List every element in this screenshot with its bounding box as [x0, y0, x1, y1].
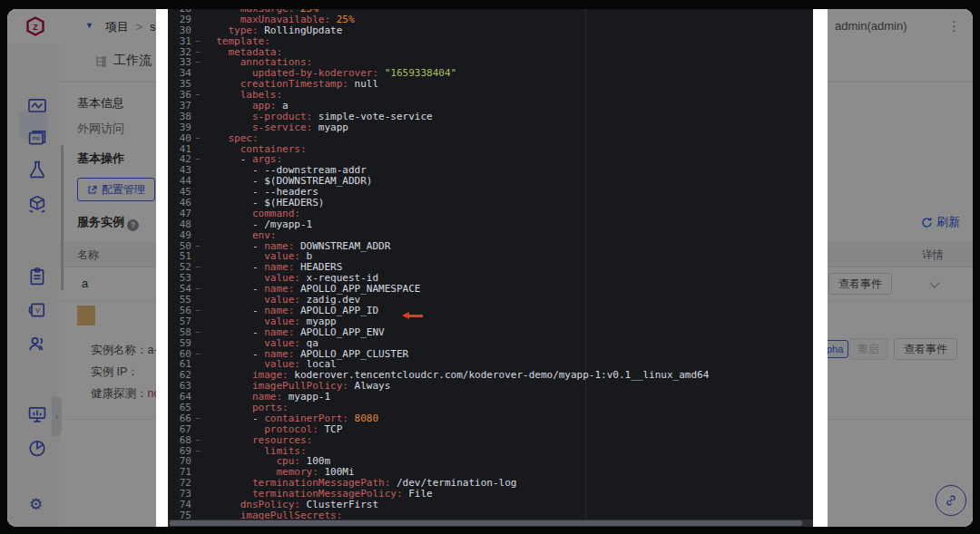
fold-gutter	[191, 230, 204, 241]
fold-gutter	[191, 187, 204, 198]
fold-gutter	[191, 403, 204, 413]
line-number: 58	[168, 327, 191, 338]
line-number: 30	[168, 25, 191, 36]
fold-gutter	[191, 176, 204, 187]
line-number: 66	[168, 413, 191, 424]
fold-marker-icon[interactable]: −	[191, 90, 204, 101]
yaml-editor-modal: 28 maxSurge: 25%29 maxUnavailable: 25%30…	[156, 9, 828, 527]
fold-gutter	[191, 489, 204, 500]
fold-marker-icon[interactable]: −	[191, 241, 204, 252]
fold-gutter	[191, 359, 204, 370]
fold-marker-icon[interactable]: −	[191, 306, 204, 316]
fold-gutter	[191, 219, 204, 230]
fold-gutter	[191, 68, 204, 79]
fold-gutter	[191, 165, 204, 176]
fold-gutter	[191, 144, 204, 155]
fold-gutter	[191, 122, 204, 133]
line-number: 48	[168, 219, 191, 230]
fold-marker-icon[interactable]: −	[191, 413, 204, 424]
fold-gutter	[191, 273, 204, 284]
line-number: 31	[168, 36, 191, 47]
fold-gutter	[191, 392, 204, 403]
fold-marker-icon[interactable]: −	[191, 446, 204, 457]
fold-gutter	[191, 209, 204, 219]
fold-gutter	[191, 338, 204, 349]
fold-marker-icon[interactable]: −	[191, 327, 204, 338]
line-number: 40	[168, 133, 191, 144]
fold-marker-icon[interactable]: −	[191, 435, 204, 446]
fold-marker-icon[interactable]: −	[191, 284, 204, 295]
line-number: 49	[168, 230, 191, 241]
line-number: 39	[168, 122, 191, 133]
fold-gutter	[191, 478, 204, 489]
fold-gutter	[191, 467, 204, 478]
fold-gutter	[191, 15, 204, 25]
fold-marker-icon[interactable]: −	[191, 349, 204, 360]
annotation-arrow-icon	[402, 312, 423, 320]
fold-gutter	[191, 370, 204, 381]
screen: Z ▼ 项目>sin admin(admin) ⋮ PM	[7, 9, 973, 527]
yaml-code-editor[interactable]: 28 maxSurge: 25%29 maxUnavailable: 25%30…	[168, 9, 813, 527]
line-number: 67	[168, 424, 191, 435]
code-lines: 28 maxSurge: 25%29 maxUnavailable: 25%30…	[168, 9, 813, 521]
fold-gutter	[191, 295, 204, 306]
line-number: 57	[168, 316, 191, 327]
fold-marker-icon[interactable]: −	[191, 262, 204, 273]
fold-gutter	[191, 500, 204, 510]
fold-gutter	[191, 424, 204, 435]
line-number: 29	[168, 15, 191, 25]
fold-gutter	[191, 101, 204, 112]
fold-marker-icon[interactable]: −	[191, 36, 204, 47]
line-number: 38	[168, 112, 191, 122]
fold-gutter	[191, 251, 204, 262]
fold-gutter	[191, 25, 204, 36]
horizontal-scrollbar	[168, 519, 813, 527]
fold-marker-icon[interactable]: −	[191, 133, 204, 144]
fold-marker-icon[interactable]: −	[191, 57, 204, 68]
line-number: 68	[168, 435, 191, 446]
fold-gutter	[191, 198, 204, 209]
fold-gutter	[191, 381, 204, 392]
fold-gutter	[191, 79, 204, 90]
fold-marker-icon[interactable]: −	[191, 47, 204, 58]
window-frame: Z ▼ 项目>sin admin(admin) ⋮ PM	[0, 0, 980, 534]
horizontal-scrollbar-thumb[interactable]	[170, 520, 802, 526]
fold-marker-icon[interactable]: −	[191, 154, 204, 165]
fold-gutter	[191, 112, 204, 122]
line-number: 59	[168, 338, 191, 349]
fold-gutter	[191, 456, 204, 467]
fold-gutter	[191, 316, 204, 327]
code-line: 39 s-service: myapp	[168, 122, 813, 133]
